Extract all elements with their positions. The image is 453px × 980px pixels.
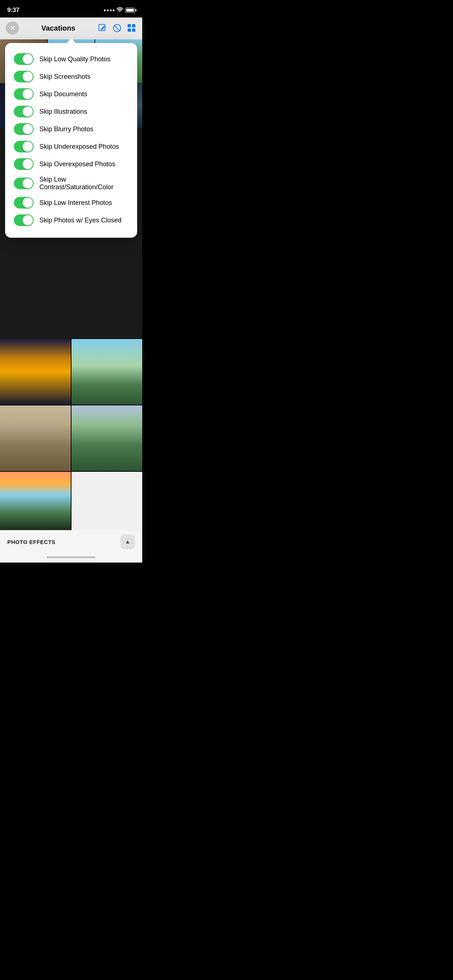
toggle-label-skip-blurry: Skip Blurry Photos — [39, 126, 93, 133]
toggle-label-skip-overexposed: Skip Overexposed Photos — [39, 161, 115, 168]
toggle-row-skip-eyes-closed: Skip Photos w/ Eyes Closed — [14, 212, 128, 229]
photo-effects-label: PHOTO EFFECTS — [7, 539, 56, 545]
toggle-label-skip-low-contrast: Skip Low Contrast/Saturation/Color — [39, 176, 128, 191]
status-bar: 9:37 — [0, 0, 142, 18]
toggle-skip-overexposed[interactable] — [14, 158, 33, 170]
toggle-skip-screenshots[interactable] — [14, 71, 33, 83]
up-arrow-icon: ▲ — [125, 538, 131, 545]
toggle-label-skip-screenshots: Skip Screenshots — [39, 73, 91, 81]
toggle-skip-underexposed[interactable] — [14, 141, 33, 153]
home-indicator — [0, 554, 142, 563]
nav-bar: ✕ Vacations — [0, 18, 142, 40]
bottom-photo-3 — [0, 406, 71, 471]
svg-rect-6 — [132, 29, 135, 32]
svg-line-2 — [114, 25, 120, 31]
toggle-row-skip-overexposed: Skip Overexposed Photos — [14, 155, 128, 173]
toggle-label-skip-low-quality: Skip Low Quality Photos — [39, 56, 110, 63]
toggle-skip-illustrations[interactable] — [14, 106, 33, 118]
bottom-photo-5 — [0, 472, 71, 530]
toggle-row-skip-illustrations: Skip Illustrations — [14, 103, 128, 120]
grid-button[interactable] — [127, 23, 136, 33]
bottom-photo-6 — [72, 472, 142, 530]
toggle-skip-low-contrast[interactable] — [14, 178, 33, 189]
toggle-list: Skip Low Quality PhotosSkip ScreenshotsS… — [14, 50, 128, 229]
svg-rect-5 — [128, 29, 131, 32]
bottom-photo-1 — [0, 339, 71, 405]
up-arrow-button[interactable]: ▲ — [120, 535, 135, 549]
toggle-row-skip-blurry: Skip Blurry Photos — [14, 120, 128, 138]
photo-grid-bottom — [0, 339, 142, 530]
toggle-skip-eyes-closed[interactable] — [14, 215, 33, 226]
toggle-label-skip-eyes-closed: Skip Photos w/ Eyes Closed — [39, 216, 121, 224]
signal-icon — [104, 10, 115, 11]
bottom-photo-4 — [72, 406, 142, 471]
toggle-label-skip-underexposed: Skip Underexposed Photos — [39, 143, 119, 151]
toggle-row-skip-low-quality: Skip Low Quality Photos — [14, 50, 128, 68]
home-indicator-bar — [47, 556, 96, 558]
close-button[interactable]: ✕ — [6, 22, 19, 35]
nav-title: Vacations — [41, 24, 75, 32]
wifi-icon — [117, 7, 123, 13]
toggle-row-skip-low-interest: Skip Low Interest Photos — [14, 194, 128, 212]
nav-actions — [98, 23, 136, 33]
svg-rect-3 — [128, 24, 131, 27]
toggle-skip-documents[interactable] — [14, 88, 33, 100]
status-time: 9:37 — [7, 6, 19, 14]
main-content: Skip Low Quality PhotosSkip ScreenshotsS… — [0, 40, 142, 530]
edit-button[interactable] — [98, 23, 107, 33]
toggle-label-skip-low-interest: Skip Low Interest Photos — [39, 199, 112, 207]
svg-rect-4 — [132, 24, 135, 27]
toggle-skip-blurry[interactable] — [14, 123, 33, 135]
toggle-skip-low-interest[interactable] — [14, 197, 33, 208]
status-icons — [104, 7, 135, 13]
popup-caret — [67, 38, 75, 43]
toggle-skip-low-quality[interactable] — [14, 53, 33, 65]
toggle-row-skip-underexposed: Skip Underexposed Photos — [14, 138, 128, 155]
toggle-row-skip-screenshots: Skip Screenshots — [14, 68, 128, 85]
toggle-label-skip-documents: Skip Documents — [39, 91, 87, 98]
toggle-row-skip-documents: Skip Documents — [14, 85, 128, 103]
dropdown-popup: Skip Low Quality PhotosSkip ScreenshotsS… — [5, 43, 137, 238]
photo-effects-bar: PHOTO EFFECTS ▲ — [0, 530, 142, 554]
bottom-photo-2 — [72, 339, 142, 405]
toggle-label-skip-illustrations: Skip Illustrations — [39, 108, 87, 116]
block-button[interactable] — [112, 23, 122, 33]
toggle-row-skip-low-contrast: Skip Low Contrast/Saturation/Color — [14, 173, 128, 194]
battery-icon — [125, 8, 135, 13]
